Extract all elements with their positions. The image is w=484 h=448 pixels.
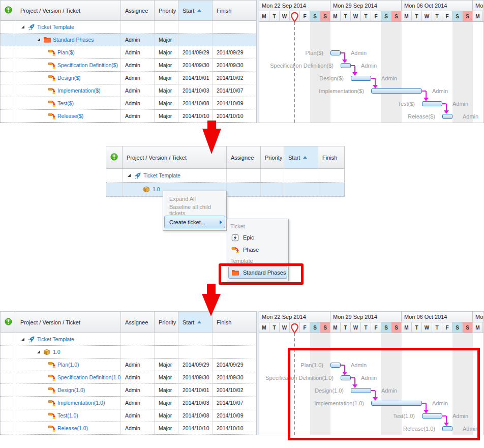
- ticket-row[interactable]: Design(1.0)AdminMajor2014/10/012014/10/0…: [1, 384, 256, 397]
- day-letter: S: [313, 14, 317, 19]
- column-header-2[interactable]: Priority: [261, 146, 284, 168]
- column-header-1[interactable]: Assignee: [121, 312, 155, 333]
- menu-item[interactable]: Expand All: [164, 193, 225, 204]
- status-column-header[interactable]: [1, 1, 16, 20]
- ticket-link[interactable]: Design($): [57, 75, 81, 81]
- ticket-link[interactable]: Ticket Template: [143, 172, 180, 178]
- ticket-row[interactable]: Specification Definition($)AdminMajor201…: [1, 59, 256, 72]
- submenu-item-label: Epic: [243, 234, 254, 241]
- task-label: Specification Definition($): [270, 62, 334, 70]
- ticket-row[interactable]: Implementation(1.0)AdminMajor2014/10/032…: [1, 397, 256, 409]
- status-column-header[interactable]: [1, 312, 16, 333]
- day-header-cell: T: [269, 322, 280, 333]
- day-letter: T: [435, 14, 438, 19]
- ticket-tree-cell: Ticket Template: [16, 21, 121, 33]
- ticket-link[interactable]: Ticket Template: [37, 336, 74, 342]
- ticket-row[interactable]: Test(1.0)AdminMajor2014/10/082014/10/09: [1, 409, 256, 422]
- ticket-link[interactable]: Release(1.0): [57, 425, 88, 431]
- column-header-2[interactable]: Priority: [155, 312, 178, 333]
- ticket-table-middle: Project / Version / TicketAssigneePriori…: [106, 146, 345, 197]
- day-header-cell: T: [361, 11, 371, 22]
- ticket-row[interactable]: Ticket Template: [106, 169, 344, 183]
- column-header-1[interactable]: Assignee: [121, 1, 155, 20]
- ticket-link[interactable]: Standard Phases: [53, 37, 94, 43]
- column-header-0[interactable]: Project / Version / Ticket: [16, 1, 121, 20]
- ticket-row[interactable]: Ticket Template: [1, 333, 256, 346]
- column-header-label: Assignee: [231, 155, 254, 161]
- column-header-label: Finish: [217, 319, 231, 325]
- ticket-link[interactable]: Test(1.0): [57, 412, 78, 419]
- column-header-4[interactable]: Finish: [213, 1, 257, 20]
- row-status-cell: [1, 21, 16, 33]
- ticket-row[interactable]: Plan($)AdminMajor2014/09/292014/09/29: [1, 46, 256, 59]
- ticket-link[interactable]: Plan($): [57, 49, 75, 55]
- cell-start: 2014/09/30: [178, 59, 213, 71]
- table-gantt-splitter[interactable]: [257, 311, 259, 435]
- column-header-1[interactable]: Assignee: [227, 146, 261, 168]
- table-gantt-splitter[interactable]: [257, 0, 259, 123]
- gantt-bar[interactable]: [442, 114, 452, 119]
- ticket-row[interactable]: Release(1.0)AdminMajor2014/10/102014/10/…: [1, 422, 256, 435]
- day-letter: T: [344, 14, 347, 19]
- column-header-2[interactable]: Priority: [155, 1, 178, 20]
- ticket-row[interactable]: 1.0: [1, 346, 256, 359]
- row-status-cell: [1, 397, 16, 409]
- submenu-item[interactable]: Epic: [228, 231, 287, 244]
- menu-item[interactable]: Create ticket...: [164, 216, 225, 228]
- ticket-row[interactable]: Specification Definition(1.0)AdminMajor2…: [1, 371, 256, 384]
- tree-expander-icon[interactable]: [127, 173, 134, 177]
- table-header-row: Project / Version / TicketAssigneePriori…: [106, 146, 344, 169]
- menu-item[interactable]: Baseline all child tickets: [164, 204, 225, 216]
- column-header-4[interactable]: Finish: [318, 146, 345, 168]
- status-ok-icon: [5, 6, 12, 15]
- ticket-link[interactable]: Implementation($): [57, 87, 101, 94]
- row-status-cell: [1, 333, 16, 345]
- tree-expander-icon[interactable]: [37, 38, 43, 42]
- ticket-link[interactable]: 1.0: [53, 349, 60, 355]
- day-letter: M: [404, 14, 408, 19]
- day-header-cell: T: [341, 11, 351, 22]
- ticket-row[interactable]: Implementation($)AdminMajor2014/10/03201…: [1, 84, 256, 97]
- ticket-link[interactable]: Specification Definition($): [57, 62, 118, 68]
- tree-expander-icon[interactable]: [21, 337, 27, 341]
- cell-start: 2014/10/03: [178, 84, 213, 97]
- tree-expander-icon[interactable]: [21, 25, 27, 29]
- status-ok-icon: [110, 153, 118, 162]
- column-header-0[interactable]: Project / Version / Ticket: [16, 312, 121, 333]
- cell-priority: Major: [155, 409, 178, 422]
- ticket-link[interactable]: Design(1.0): [57, 387, 85, 393]
- gantt-bar[interactable]: [341, 63, 351, 68]
- dependency-arrowhead-icon: [444, 110, 449, 114]
- week-label: Mon 22 Sep 2014: [262, 314, 306, 320]
- ticket-link[interactable]: Test($): [57, 100, 74, 106]
- ticket-row[interactable]: Design($)AdminMajor2014/10/012014/10/02: [1, 72, 256, 84]
- gantt-bar[interactable]: [330, 50, 341, 55]
- ticket-link[interactable]: 1.0: [153, 186, 160, 192]
- ticket-row[interactable]: Standard PhasesAdminMajor: [1, 34, 256, 46]
- cell-priority: Major: [155, 34, 178, 46]
- column-header-start-sorted[interactable]: Start: [284, 146, 318, 168]
- sort-ascending-icon: [197, 321, 201, 323]
- ticket-link[interactable]: Plan(1.0): [57, 362, 79, 368]
- rocket-icon: [27, 23, 36, 31]
- gantt-bar[interactable]: [422, 101, 442, 106]
- cell-assignee: [227, 183, 261, 196]
- ticket-row[interactable]: Plan(1.0)AdminMajor2014/09/292014/09/29: [1, 359, 256, 371]
- gantt-chart-top: Mon 22 Sep 2014Mon 29 Sep 2014Mon 06 Oct…: [259, 0, 484, 123]
- column-header-start-sorted[interactable]: Start: [178, 1, 213, 20]
- ticket-link[interactable]: Specification Definition(1.0): [57, 374, 121, 380]
- ticket-link[interactable]: Release($): [57, 113, 83, 119]
- tree-expander-icon[interactable]: [37, 350, 43, 354]
- gantt-bar[interactable]: [351, 76, 371, 81]
- submenu-item[interactable]: Phase: [228, 244, 287, 256]
- ticket-link[interactable]: Implementation(1.0): [57, 400, 105, 406]
- status-column-header[interactable]: [106, 146, 123, 168]
- ticket-row[interactable]: Ticket Template: [1, 21, 256, 34]
- ticket-row[interactable]: Test($)AdminMajor2014/10/082014/10/09: [1, 97, 256, 110]
- gantt-bar[interactable]: [371, 88, 422, 94]
- column-header-label: Finish: [217, 8, 231, 14]
- day-letter: F: [303, 14, 306, 19]
- ticket-link[interactable]: Ticket Template: [37, 24, 74, 30]
- bar-assignee-label: Admin: [463, 112, 478, 121]
- cell-finish: 2014/09/29: [213, 46, 257, 58]
